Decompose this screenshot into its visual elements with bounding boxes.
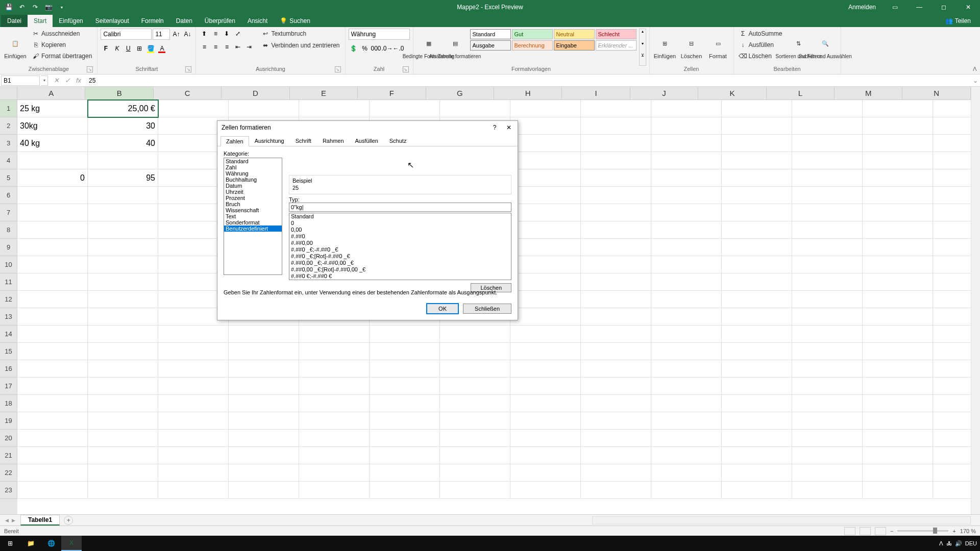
row-header[interactable]: 11 <box>0 273 17 291</box>
decrease-indent-icon[interactable]: ⇤ <box>233 42 243 52</box>
cell[interactable] <box>581 325 651 343</box>
cell[interactable] <box>722 239 792 256</box>
tell-me-search[interactable]: 💡 Suchen <box>274 15 316 27</box>
row-header[interactable]: 1 <box>0 100 17 117</box>
cell[interactable] <box>581 308 651 325</box>
sheet-tab-1[interactable]: Tabelle1 <box>20 515 60 525</box>
cell[interactable] <box>722 221 792 239</box>
cell[interactable] <box>158 464 229 482</box>
cell[interactable] <box>510 482 581 499</box>
cell[interactable] <box>581 117 651 135</box>
cell[interactable] <box>440 482 510 499</box>
accounting-format-icon[interactable]: 💲 <box>349 43 359 54</box>
category-item[interactable]: Standard <box>224 158 282 164</box>
cell[interactable] <box>88 360 158 378</box>
camera-icon[interactable]: 📷 <box>43 2 54 13</box>
cell[interactable] <box>510 273 581 291</box>
cell[interactable] <box>158 395 229 412</box>
cell[interactable] <box>581 360 651 378</box>
fill-button[interactable]: ↓Ausfüllen <box>737 40 785 50</box>
cell[interactable] <box>722 256 792 273</box>
cell[interactable] <box>581 412 651 430</box>
cell[interactable] <box>863 291 933 308</box>
column-header[interactable]: K <box>698 87 766 100</box>
insert-cells-button[interactable]: ⊞Einfügen <box>653 29 677 66</box>
cell[interactable] <box>510 256 581 273</box>
delete-cells-button[interactable]: ⊟Löschen <box>679 29 704 66</box>
cell[interactable] <box>440 412 510 430</box>
dialog-titlebar[interactable]: Zellen formatieren ? ✕ <box>217 121 518 134</box>
cell[interactable] <box>651 395 722 412</box>
cell[interactable] <box>792 117 863 135</box>
border-button[interactable]: ⊞ <box>134 43 144 54</box>
row-header[interactable]: 14 <box>0 325 17 343</box>
cell[interactable] <box>17 378 88 395</box>
cell[interactable] <box>17 273 88 291</box>
cell[interactable] <box>370 395 440 412</box>
cell[interactable] <box>722 204 792 221</box>
column-header[interactable]: C <box>154 87 222 100</box>
decrease-font-icon[interactable]: A↓ <box>182 29 192 39</box>
style-eingabe[interactable]: Eingabe <box>554 40 595 51</box>
cell[interactable] <box>651 204 722 221</box>
cell[interactable] <box>651 430 722 447</box>
cell[interactable] <box>792 430 863 447</box>
cell[interactable] <box>792 239 863 256</box>
cell[interactable] <box>863 464 933 482</box>
cell[interactable] <box>370 343 440 360</box>
cell[interactable] <box>510 239 581 256</box>
cell[interactable] <box>88 343 158 360</box>
ok-button[interactable]: OK <box>427 304 458 314</box>
cell[interactable] <box>440 343 510 360</box>
cell[interactable] <box>651 482 722 499</box>
tab-datei[interactable]: Datei <box>1 15 28 27</box>
cell[interactable] <box>863 221 933 239</box>
font-name-select[interactable] <box>101 29 152 40</box>
cell[interactable] <box>863 430 933 447</box>
align-left-icon[interactable]: ≡ <box>199 42 209 52</box>
cell[interactable] <box>863 325 933 343</box>
tray-sound-icon[interactable]: 🔊 <box>955 540 962 547</box>
cell[interactable]: 95 <box>88 169 158 187</box>
cell[interactable] <box>863 117 933 135</box>
cell[interactable] <box>863 169 933 187</box>
row-header[interactable]: 20 <box>0 430 17 447</box>
category-list[interactable]: StandardZahlWährungBuchhaltungDatumUhrze… <box>224 158 282 275</box>
category-item[interactable]: Text <box>224 213 282 219</box>
vertical-scrollbar[interactable] <box>971 87 980 525</box>
cell[interactable] <box>229 430 299 447</box>
dlg-tab-zahlen[interactable]: Zahlen <box>220 136 249 146</box>
cell[interactable] <box>88 430 158 447</box>
cell[interactable] <box>17 412 88 430</box>
cell[interactable] <box>581 447 651 464</box>
column-header[interactable]: N <box>902 87 970 100</box>
select-all-corner[interactable] <box>0 87 17 100</box>
cell[interactable] <box>581 395 651 412</box>
row-header[interactable]: 21 <box>0 447 17 464</box>
cell[interactable] <box>510 360 581 378</box>
cell[interactable] <box>17 187 88 204</box>
start-menu-icon[interactable]: ⊞ <box>0 536 20 551</box>
format-item[interactable]: #.##0 <box>289 233 511 240</box>
cell[interactable] <box>299 464 370 482</box>
styles-up-icon[interactable]: ▴ <box>640 29 646 41</box>
cell[interactable] <box>510 291 581 308</box>
cell[interactable] <box>863 239 933 256</box>
cell[interactable] <box>792 291 863 308</box>
cell[interactable] <box>651 187 722 204</box>
dlg-tab-schutz[interactable]: Schutz <box>384 136 412 146</box>
cell[interactable] <box>722 152 792 169</box>
cell[interactable] <box>792 100 863 117</box>
column-header[interactable]: J <box>630 87 698 100</box>
cell[interactable] <box>581 169 651 187</box>
cell[interactable] <box>863 135 933 152</box>
cell[interactable] <box>581 343 651 360</box>
category-item[interactable]: Buchhaltung <box>224 177 282 183</box>
cell[interactable] <box>792 378 863 395</box>
cell[interactable]: 30 <box>88 117 158 135</box>
cell[interactable] <box>651 412 722 430</box>
cell[interactable]: 25,00 € <box>88 100 158 117</box>
cell[interactable] <box>722 169 792 187</box>
cell[interactable] <box>88 308 158 325</box>
cell[interactable] <box>651 447 722 464</box>
